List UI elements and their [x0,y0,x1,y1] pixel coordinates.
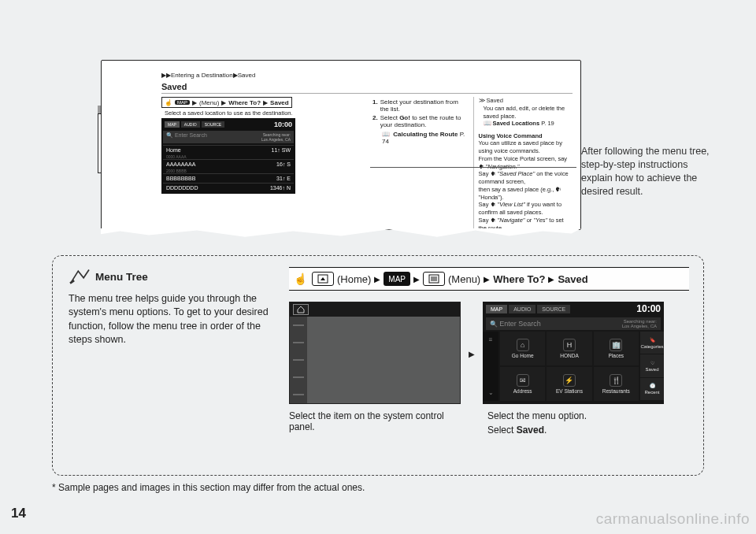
step-2-text: Select Go! to set the route to your dest… [380,114,467,128]
arrow-icon [484,274,490,284]
arrow-icon [221,99,226,106]
nav-side-categories: 🔖Categories [640,332,664,354]
menu-tree-panel: Menu Tree The menu tree helps guide you … [52,255,704,476]
speak-icon [491,170,496,177]
t: "Saved Place" [498,170,535,177]
page-breadcrumb: ▶▶Entering a Destination▶Saved [161,72,573,79]
nav-cell-address: ✉Address [500,367,545,401]
speak-icon [491,201,496,208]
search-near: Searching near: Los Angeles, CA [622,319,657,328]
t: "Navigate" [498,217,525,224]
watermark: carmanualsonline.info [596,510,750,528]
sidebar-notes: ≫ Saved You can add, edit, or delete the… [473,97,573,230]
t: Say [479,201,491,208]
saved-heading: Saved [161,82,573,91]
mock-clock: 10:00 [274,121,292,128]
footnote: * Sample pages and images in this sectio… [52,482,365,493]
voice-line: From the Voice Portal screen, say "Navig… [479,155,573,171]
nav-clock: 10:00 [636,303,661,314]
home-icon: ⌂ [517,339,529,351]
voice-line: Say "Navigate" or "Yes" to set the route… [479,217,573,230]
t: or [525,217,534,224]
t: Say [479,217,491,224]
t: Saved [645,367,658,372]
t: Places [609,353,624,358]
t: From the Voice Portal screen, say [479,155,568,162]
nav-cell-ev: ⚡EV Stations [547,367,591,401]
map-chip: MAP [175,100,190,105]
book-icon [382,131,391,138]
note-title: Saved [487,97,503,104]
arrow-icon [374,274,380,284]
nav-search-bar: Enter Search Searching near: Los Angeles… [486,317,661,330]
step-num: 2. [372,114,378,128]
menu-tree-body: The menu tree helps guide you through th… [69,292,273,347]
arrow-icon [413,274,420,284]
nav-panel-mock: MAP AUDIO SOURCE 10:00 Enter Search Sear… [483,302,664,404]
step-num: 1. [372,98,378,113]
address-icon: ✉ [517,374,529,387]
nav-side-saved: ♡Saved [640,354,664,376]
clock-icon: 🕘 [650,383,655,388]
note-line: You can add, edit, or delete the saved p… [484,105,573,121]
saved-label: Saved [558,273,587,285]
saved-left-column: MAP (Menu) Where To? Saved Select a save… [161,97,366,230]
sample-page-panel: Navigation ▶▶Entering a Destination▶Save… [52,11,578,247]
torn-edge [101,228,581,238]
menu-chip [423,272,445,286]
ref-page: P. 19 [541,120,554,127]
system-side-strip [290,317,307,403]
map-chip: MAP [384,272,410,286]
nav-cell-go-home: ⌂Go Home [500,332,545,365]
mock-tab-audio: AUDIO [181,121,200,128]
mock-tab-source: SOURCE [202,121,224,128]
mock-tab-map: MAP [165,121,180,128]
nav-tab-source: SOURCE [537,305,570,313]
arrow-icon [548,274,554,284]
t: Restaurants [602,388,630,394]
mock-search-placeholder: 🔍 Enter Search [166,132,207,142]
caption-right-1: Select the menu option. [487,410,669,421]
mock-search-near: Searching near: Los Angeles, CA [261,132,291,142]
mock-row: DDDDDDDD 1346↑ N [163,183,294,192]
nav-tab-audio: AUDIO [509,305,536,313]
mock-row-meta: 31↑ E [276,176,291,181]
mock-row-label: Home [166,147,181,153]
t: Address [513,388,532,394]
voice-line: then say a saved place (e.g., 🗣 "Honda")… [479,186,573,202]
t: Select [487,425,517,436]
menu-tree-illustration: (Home) MAP (Menu) Where To? Saved [289,267,689,439]
voice-line: Say "View List" if you want to confirm a… [479,201,573,217]
page-number: 14 [11,506,26,521]
menu-label: (Menu) [199,99,219,106]
t: HONDA [560,353,578,358]
nav-left-strip: ≡ ⌄ [483,332,498,401]
ev-icon: ⚡ [563,374,576,387]
callout-leader-line [370,167,576,168]
saved-bold: Saved [517,425,544,436]
mock-row-meta: 1346↑ N [270,185,291,191]
ref-calculating: Calculating the Route P. 74 [382,131,467,145]
home-label: (Home) [337,273,371,285]
places-icon: 🏢 [610,339,622,351]
step-1-text: Select your destination from the list. [380,98,467,113]
search-placeholder: Enter Search [490,320,541,328]
mock-row: Home 11↑ SW [163,145,294,154]
t: EV Stations [556,388,583,394]
t: . [544,425,547,436]
ref-label: Calculating the Route [393,131,458,138]
speak-icon [491,217,496,224]
menu-path-box: MAP (Menu) Where To? Saved [161,97,292,108]
t: Say [479,170,491,177]
hand-icon [294,273,309,285]
t: Los Angeles, CA [622,324,657,328]
voice-line: Say "Saved Place" on the voice command s… [479,170,573,186]
honda-icon: H [563,339,576,351]
mock-row-meta: 16↑ S [276,161,291,167]
voice-line: You can utilize a saved place by using v… [479,139,573,155]
nav-tab-map: MAP [486,305,507,313]
mock-row-label: BBBBBBBB [166,176,195,181]
caption-right-2: Select Saved. [487,425,669,436]
voice-heading: Using Voice Command [479,132,573,140]
mock-row: AAAAAAAA 16↑ S [163,159,294,169]
